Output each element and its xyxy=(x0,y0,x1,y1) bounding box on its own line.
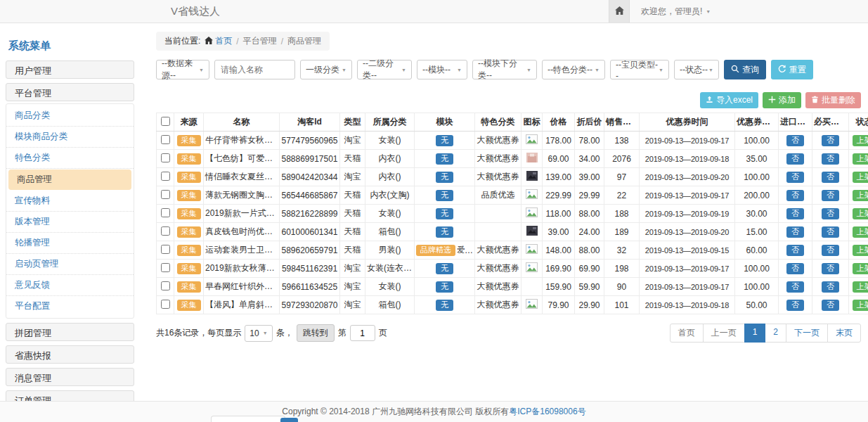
row-checkbox[interactable] xyxy=(161,172,170,181)
import-select-badge[interactable]: 否 xyxy=(786,190,804,201)
status-badge[interactable]: 上架 xyxy=(853,300,868,311)
status-badge[interactable]: 上架 xyxy=(853,263,868,274)
batch-delete-button[interactable]: 批量删除 xyxy=(805,92,861,108)
must-buy-badge[interactable]: 否 xyxy=(822,172,839,183)
status-badge[interactable]: 上架 xyxy=(853,153,868,165)
row-checkbox[interactable] xyxy=(161,190,170,199)
sidebar-item-3[interactable]: 模块商品分类 xyxy=(6,127,134,148)
must-buy-badge[interactable]: 否 xyxy=(822,263,839,274)
sidebar-item-10[interactable]: 意见反馈 xyxy=(6,275,134,296)
icon-cell xyxy=(522,168,543,186)
must-buy-badge[interactable]: 否 xyxy=(822,281,839,293)
row-checkbox[interactable] xyxy=(161,208,170,217)
per-page-select[interactable]: 10 ▼ xyxy=(245,325,272,342)
status-badge[interactable]: 上架 xyxy=(853,281,868,293)
reset-button[interactable]: 重置 xyxy=(771,60,813,79)
coupon-amount-cell: 15.00 xyxy=(735,223,779,241)
sidebar-item-12[interactable]: 拼团管理 xyxy=(6,323,134,341)
select-all-checkbox[interactable] xyxy=(161,117,170,126)
must-buy-badge[interactable]: 否 xyxy=(822,300,839,311)
import-select-cell: 否 xyxy=(779,278,812,296)
import-select-badge[interactable]: 否 xyxy=(786,281,804,293)
row-checkbox[interactable] xyxy=(161,263,170,272)
sidebar-item-5[interactable]: 商品管理 xyxy=(8,170,131,190)
source-badge: 采集 xyxy=(177,208,201,219)
breadcrumb-home-link[interactable]: 首页 xyxy=(205,35,232,47)
sidebar-item-0[interactable]: 用户管理 xyxy=(6,60,134,79)
must-buy-badge[interactable]: 否 xyxy=(822,208,839,219)
import-select-badge[interactable]: 否 xyxy=(786,135,804,146)
name-search-input[interactable] xyxy=(214,60,295,79)
source-badge: 采集 xyxy=(177,135,201,146)
import-excel-button[interactable]: 导入excel xyxy=(700,92,758,108)
filter-select-7[interactable]: --状态--▼ xyxy=(674,60,719,79)
filter-select-3[interactable]: --模块--▼ xyxy=(417,60,467,79)
product-image-icon xyxy=(526,246,538,256)
home-button[interactable] xyxy=(609,0,630,23)
add-button[interactable]: 添加 xyxy=(763,92,801,108)
import-select-badge[interactable]: 否 xyxy=(786,208,804,219)
row-checkbox[interactable] xyxy=(161,226,170,236)
status-badge[interactable]: 上架 xyxy=(853,172,868,183)
sidebar-item-2[interactable]: 商品分类 xyxy=(6,106,134,127)
status-cell: 上架 xyxy=(849,186,868,205)
import-select-badge[interactable]: 否 xyxy=(786,153,804,165)
status-badge[interactable]: 上架 xyxy=(853,208,868,219)
column-header-5: 模块 xyxy=(415,113,475,132)
row-checkbox[interactable] xyxy=(161,245,170,254)
status-badge[interactable]: 上架 xyxy=(853,135,868,146)
import-select-badge[interactable]: 否 xyxy=(786,226,804,238)
filter-select-0[interactable]: --数据来源--▼ xyxy=(156,60,209,79)
status-cell: 上架 xyxy=(849,260,868,278)
must-buy-badge[interactable]: 否 xyxy=(822,135,839,146)
sidebar-item-11[interactable]: 平台配置 xyxy=(6,296,134,316)
status-badge[interactable]: 上架 xyxy=(853,245,868,256)
search-button[interactable]: 查询 xyxy=(724,60,766,79)
must-buy-badge[interactable]: 否 xyxy=(822,153,839,165)
table-toolbar: 导入excel 添加 批量删除 xyxy=(156,92,861,108)
page-number-input[interactable] xyxy=(350,325,375,341)
import-select-badge[interactable]: 否 xyxy=(786,263,804,274)
sidebar-item-4[interactable]: 特色分类 xyxy=(6,148,134,169)
sidebar-item-8[interactable]: 轮播管理 xyxy=(6,233,134,254)
page-button-3[interactable]: 2 xyxy=(765,324,786,343)
table-row: 采集薄款无钢圈文胸聚拢性...565446685867天猫内衣(文胸)无品质优选… xyxy=(157,186,868,205)
status-badge[interactable]: 上架 xyxy=(853,226,868,238)
page-button-2[interactable]: 1 xyxy=(744,324,766,343)
must-buy-badge[interactable]: 否 xyxy=(822,245,839,256)
row-checkbox[interactable] xyxy=(161,281,170,290)
sidebar-item-9[interactable]: 启动页管理 xyxy=(6,254,134,275)
source-cell: 采集 xyxy=(174,186,204,205)
filter-select-6[interactable]: --宝贝类型--▼ xyxy=(610,60,669,79)
filter-select-2[interactable]: --二级分类--▼ xyxy=(357,60,412,79)
page-button-4[interactable]: 下一页 xyxy=(786,324,828,343)
page-button-1[interactable]: 上一页 xyxy=(703,324,745,343)
status-badge[interactable]: 上架 xyxy=(853,190,868,201)
sidebar-item-7[interactable]: 版本管理 xyxy=(6,212,134,233)
plus-icon xyxy=(768,96,776,106)
sidebar-item-1[interactable]: 平台管理 xyxy=(6,83,134,101)
user-menu[interactable]: 欢迎您，管理员! ▼ xyxy=(641,6,711,18)
page-button-0[interactable]: 首页 xyxy=(670,324,704,343)
import-select-badge[interactable]: 否 xyxy=(786,245,804,256)
must-buy-badge[interactable]: 否 xyxy=(822,226,839,238)
table-row: 采集2019新款一片式系...588216228899天猫女装()无118.00… xyxy=(157,205,868,223)
import-select-badge[interactable]: 否 xyxy=(786,172,804,183)
row-checkbox[interactable] xyxy=(161,153,170,162)
source-cell: 采集 xyxy=(174,168,204,186)
icp-link[interactable]: 粤ICP备16098006号 xyxy=(509,406,585,418)
filter-select-1[interactable]: 一级分类▼ xyxy=(300,60,352,79)
sidebar-item-14[interactable]: 消息管理 xyxy=(6,368,134,386)
coupon-amount-cell: 200.00 xyxy=(735,186,779,205)
jump-button[interactable]: 跳转到 xyxy=(297,324,335,342)
must-buy-badge[interactable]: 否 xyxy=(822,190,839,201)
import-select-badge[interactable]: 否 xyxy=(786,300,804,311)
sidebar-item-13[interactable]: 省惠快报 xyxy=(6,345,134,364)
row-checkbox[interactable] xyxy=(161,135,170,144)
filter-select-4[interactable]: --模块下分类--▼ xyxy=(472,60,537,79)
sidebar-item-6[interactable]: 宣传物料 xyxy=(6,191,134,212)
filter-select-5[interactable]: --特色分类--▼ xyxy=(542,60,605,79)
coupon-time-cell: 2019-09-13—2019-09-17 xyxy=(640,132,735,150)
row-checkbox[interactable] xyxy=(161,300,170,309)
page-button-5[interactable]: 末页 xyxy=(827,324,861,343)
